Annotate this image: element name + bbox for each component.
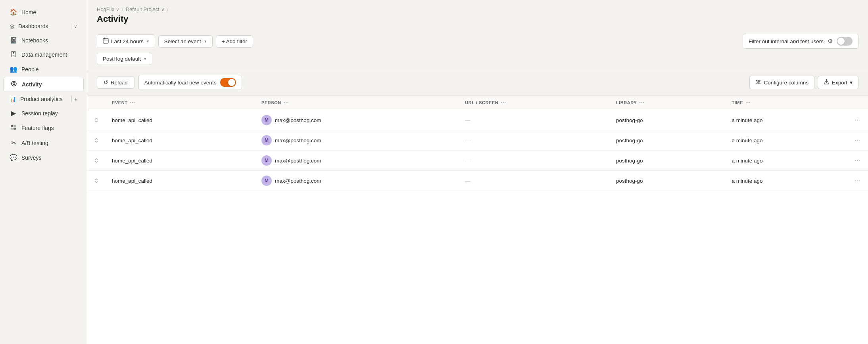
surveys-icon: 💬 xyxy=(10,154,17,161)
expand-icon[interactable] xyxy=(94,178,99,183)
time-cell: a minute ago xyxy=(725,130,848,151)
breadcrumb-project[interactable]: Default Project ∨ xyxy=(126,6,165,12)
posthog-default-button[interactable]: PostHog default ▾ xyxy=(97,53,152,65)
export-caret: ▾ xyxy=(850,79,853,86)
events-table-container: EVENT ··· PERSON ··· URL / SCREEN xyxy=(87,95,868,344)
chevron-down-icon: ∨ xyxy=(74,23,77,29)
action-bar-left: ↺ Reload Automatically load new events xyxy=(97,75,242,90)
main-content: HogFlix ∨ / Default Project ∨ / Activity xyxy=(87,0,868,344)
url-cell: — xyxy=(459,130,610,151)
sidebar-item-label: Session replay xyxy=(21,110,58,117)
sidebar-item-label: Dashboards xyxy=(18,23,48,29)
svg-rect-6 xyxy=(103,38,108,43)
people-icon: 👥 xyxy=(10,65,17,73)
sidebar-item-label: People xyxy=(21,66,39,73)
event-col-options[interactable]: ··· xyxy=(130,99,135,106)
more-options-icon[interactable]: ··· xyxy=(855,177,861,184)
sidebar-item-feature-flags[interactable]: Feature flags xyxy=(3,121,84,135)
breadcrumb-separator-2: / xyxy=(167,6,169,12)
select-event-caret: ▾ xyxy=(204,39,207,44)
expand-icon[interactable] xyxy=(94,158,99,163)
select-event-button[interactable]: Select an event ▾ xyxy=(158,35,213,48)
plus-icon[interactable]: + xyxy=(74,96,77,102)
time-col-options[interactable]: ··· xyxy=(745,99,751,106)
posthog-default-caret: ▾ xyxy=(144,56,146,61)
svg-point-14 xyxy=(759,81,760,82)
time-cell: a minute ago xyxy=(725,151,848,171)
toolbar-right: Filter out internal and test users ⚙ xyxy=(743,34,858,49)
expand-icon[interactable] xyxy=(94,138,99,143)
table-body: home_api_called M max@posthog.com — post… xyxy=(87,110,868,191)
sidebar-item-home[interactable]: 🏠 Home xyxy=(3,5,84,19)
time-range-caret: ▾ xyxy=(147,39,149,44)
export-icon xyxy=(824,79,830,86)
person-email[interactable]: max@posthog.com xyxy=(275,158,321,164)
sidebar-item-surveys[interactable]: 💬 Surveys xyxy=(3,151,84,164)
person-email[interactable]: max@posthog.com xyxy=(275,178,321,184)
person-col-options[interactable]: ··· xyxy=(284,99,289,106)
sidebar-item-people[interactable]: 👥 People xyxy=(3,62,84,76)
breadcrumb-project-chevron: ∨ xyxy=(161,7,165,12)
person-cell: M max@posthog.com xyxy=(255,151,459,171)
library-cell: posthog-go xyxy=(610,171,726,191)
sidebar-item-ab-testing[interactable]: ✂ A/B testing xyxy=(3,136,84,150)
breadcrumb-org[interactable]: HogFlix ∨ xyxy=(97,6,119,12)
ab-testing-icon: ✂ xyxy=(10,139,17,147)
gear-icon[interactable]: ⚙ xyxy=(828,38,833,45)
sidebar-item-dashboards[interactable]: ◎ Dashboards ∨ xyxy=(3,20,84,32)
time-cell: a minute ago xyxy=(725,171,848,191)
sidebar-item-notebooks[interactable]: 📓 Notebooks xyxy=(3,33,84,47)
svg-rect-3 xyxy=(13,125,16,127)
export-button[interactable]: Export ▾ xyxy=(818,76,858,89)
url-cell: — xyxy=(459,171,610,191)
toolbar-row-2: PostHog default ▾ xyxy=(97,53,858,65)
svg-rect-4 xyxy=(11,128,13,130)
sidebar-item-activity[interactable]: Activity xyxy=(3,77,84,92)
breadcrumb-separator: / xyxy=(122,6,123,12)
sidebar-item-label: Surveys xyxy=(21,155,42,161)
sidebar-item-label: Product analytics xyxy=(20,96,63,102)
sidebar-item-label: Feature flags xyxy=(21,125,54,131)
person-cell: M max@posthog.com xyxy=(255,110,459,130)
sidebar-item-data-management[interactable]: 🗄 Data management xyxy=(3,48,84,61)
add-filter-label: + Add filter xyxy=(222,38,247,44)
expand-col-header xyxy=(87,96,106,110)
more-cell: ··· xyxy=(848,171,868,191)
more-options-icon[interactable]: ··· xyxy=(855,137,861,143)
configure-columns-icon xyxy=(755,79,761,86)
reload-button[interactable]: ↺ Reload xyxy=(97,76,134,89)
reload-label: Reload xyxy=(111,80,128,86)
library-col-options[interactable]: ··· xyxy=(639,99,644,106)
table-row: home_api_called M max@posthog.com — post… xyxy=(87,171,868,191)
library-col-header: LIBRARY ··· xyxy=(610,96,726,110)
table-row: home_api_called M max@posthog.com — post… xyxy=(87,110,868,130)
notebooks-icon: 📓 xyxy=(10,36,17,44)
export-label: Export xyxy=(832,80,847,86)
add-filter-button[interactable]: + Add filter xyxy=(216,35,253,48)
more-options-icon[interactable]: ··· xyxy=(855,157,861,164)
sidebar-item-label: Data management xyxy=(21,52,67,58)
url-col-options[interactable]: ··· xyxy=(501,99,506,106)
divider xyxy=(71,96,72,102)
person-email[interactable]: max@posthog.com xyxy=(275,117,321,123)
more-options-icon[interactable]: ··· xyxy=(855,117,861,123)
sidebar-item-product-analytics[interactable]: 📊 Product analytics + xyxy=(3,93,84,105)
expand-cell xyxy=(87,151,106,171)
person-email[interactable]: max@posthog.com xyxy=(275,138,321,143)
toolbar-left: Last 24 hours ▾ Select an event ▾ + Add … xyxy=(97,34,253,48)
action-bar: ↺ Reload Automatically load new events xyxy=(87,70,868,95)
table-header-row: EVENT ··· PERSON ··· URL / SCREEN xyxy=(87,96,868,110)
auto-load-toggle[interactable] xyxy=(220,78,236,87)
svg-point-1 xyxy=(13,83,15,85)
expand-cell xyxy=(87,110,106,130)
time-cell: a minute ago xyxy=(725,110,848,130)
svg-point-13 xyxy=(757,80,758,81)
sidebar-item-session-replay[interactable]: ▶ Session replay xyxy=(3,106,84,120)
time-range-button[interactable]: Last 24 hours ▾ xyxy=(97,34,155,48)
expand-icon[interactable] xyxy=(94,117,99,123)
svg-rect-5 xyxy=(13,128,16,130)
filter-out-toggle[interactable] xyxy=(837,37,853,46)
toolbar-row-1: Last 24 hours ▾ Select an event ▾ + Add … xyxy=(97,34,858,49)
url-col-header: URL / SCREEN ··· xyxy=(459,96,610,110)
configure-columns-button[interactable]: Configure columns xyxy=(749,76,814,89)
